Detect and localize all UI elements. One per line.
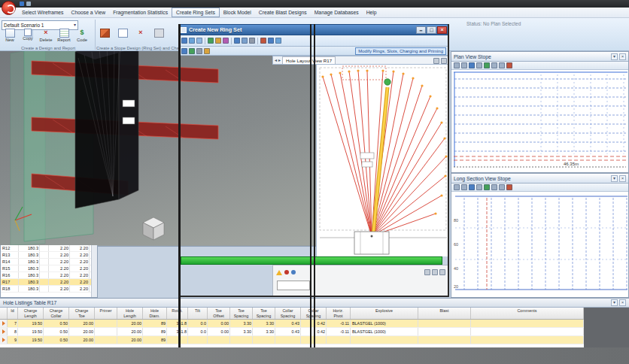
column-header-hole-diam[interactable]: Hole Diam. xyxy=(143,308,167,319)
dialog-right-border[interactable] xyxy=(448,24,449,296)
column-header-rotat[interactable]: Rotat. xyxy=(167,308,188,319)
hole-row-8[interactable]: 819.500.5020.0020.0089351.80.00.003.303.… xyxy=(0,328,584,336)
pin-icon[interactable]: ▾ xyxy=(611,175,618,182)
toolbar-icon[interactable] xyxy=(499,62,505,68)
stope-row-r18[interactable]: R18180.32.202.20 xyxy=(1,286,97,293)
menu-tab-block-model[interactable]: Block Model xyxy=(220,8,255,17)
toolbar-icon[interactable] xyxy=(439,269,445,275)
modify-rings-mode-button[interactable]: Modify Rings, Slots, Charging and Primin… xyxy=(355,47,446,55)
toolbar-icon[interactable] xyxy=(234,38,240,44)
pivot-point[interactable] xyxy=(371,235,373,238)
toolbar-icon[interactable] xyxy=(461,62,467,68)
column-header-toe-spacing[interactable]: Toe Spacing xyxy=(253,308,275,319)
toolbar-icon[interactable] xyxy=(433,58,439,64)
drill-holes[interactable] xyxy=(323,71,446,236)
toolbar-icon[interactable] xyxy=(249,38,255,44)
pin-icon[interactable]: ▾ xyxy=(611,299,618,306)
ribbon-button-report[interactable]: Report xyxy=(56,29,72,45)
toolbar-icon[interactable] xyxy=(242,38,248,44)
menu-tab-fragmentation-statistics[interactable]: Fragmentation Statistics xyxy=(109,8,172,17)
ribbon-button-code[interactable]: $Code xyxy=(74,29,90,45)
menu-tab-create-blast-designs[interactable]: Create Blast Designs xyxy=(255,8,311,17)
close-button[interactable]: × xyxy=(437,26,447,34)
column-header-charge-length[interactable]: Charge Length xyxy=(18,308,44,319)
prev-ring-icon[interactable]: ◂ xyxy=(275,56,277,64)
toolbar-icon[interactable] xyxy=(491,184,497,190)
column-header-explosive[interactable]: Explosive xyxy=(351,308,418,319)
app-logo[interactable] xyxy=(2,1,16,15)
quick-access-icon[interactable] xyxy=(26,2,31,6)
ribbon-button-delete[interactable]: ×Delete xyxy=(38,29,54,45)
stope-row-r14[interactable]: R14180.32.202.20 xyxy=(1,259,97,265)
close-icon[interactable]: × xyxy=(619,299,626,306)
toolbar-icon[interactable] xyxy=(506,62,512,68)
maximize-button[interactable]: □ xyxy=(427,26,436,34)
ribbon-button-tools[interactable] xyxy=(150,29,167,45)
toolbar-icon[interactable] xyxy=(196,38,202,44)
ring-selector-box[interactable] xyxy=(277,281,310,290)
toolbar-icon[interactable] xyxy=(181,48,187,54)
column-header-toe-spacing[interactable]: Toe Spacing xyxy=(230,308,253,319)
toolbar-icon[interactable] xyxy=(215,38,221,44)
toolbar-icon[interactable] xyxy=(275,38,281,44)
toolbar-icon[interactable] xyxy=(491,62,497,68)
menu-tab-choose-a-view[interactable]: Choose a View xyxy=(68,8,110,17)
menu-tab-select-wireframes[interactable]: Select Wireframes xyxy=(18,8,68,17)
column-header-collar-spacing[interactable]: Collar Spacing xyxy=(275,308,301,319)
toolbar-icon[interactable] xyxy=(196,48,202,54)
column-header-id[interactable]: Id xyxy=(8,308,18,319)
toolbar-icon[interactable] xyxy=(189,38,195,44)
resize-guide-line[interactable] xyxy=(310,24,311,347)
toolbar-icon[interactable] xyxy=(476,184,482,190)
toolbar-icon[interactable] xyxy=(454,62,460,68)
hole-layout-view-tab[interactable]: Hole Layout View R17 xyxy=(282,56,336,64)
ribbon-button-copy[interactable]: Copy xyxy=(20,29,36,45)
toolbar-icon[interactable] xyxy=(476,62,482,68)
toolbar-icon[interactable] xyxy=(484,62,490,68)
resize-guide-line[interactable] xyxy=(178,24,181,347)
selection-handle[interactable] xyxy=(123,100,135,107)
selection-handle[interactable] xyxy=(123,117,135,124)
toolbar-icon[interactable] xyxy=(424,269,430,275)
toolbar-icon[interactable] xyxy=(469,184,475,190)
nav-cube-icon[interactable] xyxy=(143,217,164,240)
long-section-canvas[interactable]: 80 60 40 20 xyxy=(452,192,627,296)
menu-tab-manage-databases[interactable]: Manage Databases xyxy=(311,8,363,17)
column-header-charge-toe[interactable]: Charge Toe xyxy=(69,308,95,319)
column-header-hole-length[interactable]: Hole Length xyxy=(117,308,143,319)
ribbon-button-cube[interactable] xyxy=(96,29,113,45)
toolbar-icon[interactable] xyxy=(499,184,505,190)
close-icon[interactable]: × xyxy=(619,175,626,182)
quick-access-icon[interactable] xyxy=(20,2,24,6)
plan-view-canvas[interactable]: 46.35m xyxy=(452,70,627,171)
stope-row-r13[interactable]: R13180.32.202.20 xyxy=(1,252,97,259)
column-header-primer[interactable]: Primer xyxy=(95,308,117,319)
minimize-button[interactable]: – xyxy=(416,26,426,34)
pin-icon[interactable]: ▾ xyxy=(611,53,618,60)
column-header-tilt[interactable]: Tilt xyxy=(188,308,208,319)
column-header-blast[interactable]: Blast xyxy=(418,308,471,319)
selected-hole-toe-marker[interactable] xyxy=(384,79,390,85)
resize-guide-line[interactable] xyxy=(314,24,315,347)
toolbar-icon[interactable] xyxy=(260,38,266,44)
stope-row-r17[interactable]: R17180.32.202.20 xyxy=(1,279,97,286)
stope-row-r12[interactable]: R12180.32.202.20 xyxy=(1,245,97,252)
ribbon-button-new[interactable]: New xyxy=(2,29,18,45)
toolbar-icon[interactable] xyxy=(506,184,512,190)
selection-handle[interactable] xyxy=(360,153,374,159)
toolbar-icon[interactable] xyxy=(223,38,229,44)
toolbar-icon[interactable] xyxy=(181,38,187,44)
toolbar-icon[interactable] xyxy=(484,184,490,190)
column-header-comments[interactable]: Comments xyxy=(471,308,584,319)
ribbon-button-delete[interactable]: × xyxy=(132,29,149,45)
toolbar-icon[interactable] xyxy=(469,62,475,68)
next-ring-icon[interactable]: ▸ xyxy=(278,56,281,64)
hole-row-7[interactable]: 719.500.5020.0020.0089351.80.00.003.303.… xyxy=(0,320,584,328)
column-header-toe-offset[interactable]: Toe Offset xyxy=(208,308,230,319)
selection-handle[interactable] xyxy=(362,162,372,167)
hole-layout-canvas[interactable] xyxy=(316,65,449,256)
ribbon-button-page[interactable] xyxy=(114,29,131,45)
toolbar-icon[interactable] xyxy=(204,48,210,54)
close-icon[interactable]: × xyxy=(619,53,626,60)
toolbar-icon[interactable] xyxy=(189,48,195,54)
